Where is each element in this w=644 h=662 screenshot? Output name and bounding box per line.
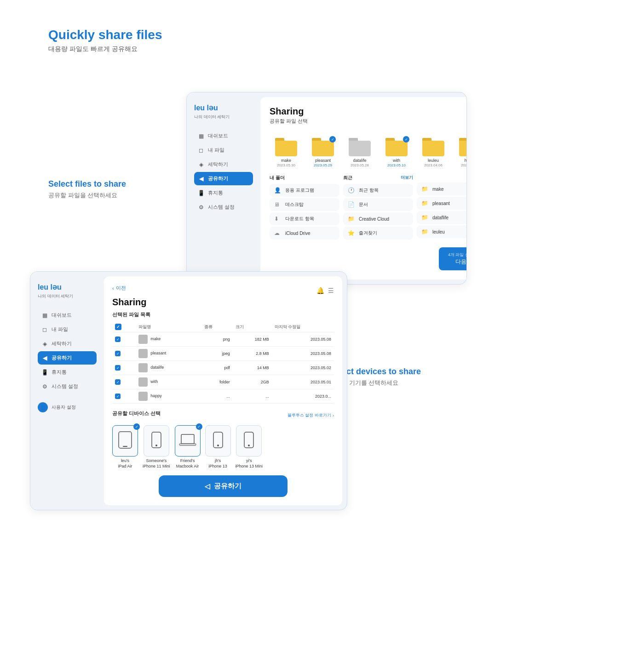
file-date: 2023.05.30 <box>277 163 295 167</box>
sidebar-item-dashboard[interactable]: ▦ 대쉬보드 <box>194 129 253 143</box>
row-checkbox[interactable]: ✓ <box>112 361 136 375</box>
folder-yellow-icon: 📁 <box>421 214 429 221</box>
page-title: Quickly share files <box>48 28 162 42</box>
col-date: 마지막 수정일 <box>272 322 334 332</box>
row-type: pdf <box>201 361 233 375</box>
device-item[interactable]: jh'siPhone 13 <box>205 425 231 469</box>
folder-item-favorites[interactable]: ⭐ 즐겨찾기 <box>343 227 413 240</box>
phone-icon <box>244 432 254 450</box>
bluetooth-link[interactable]: 블루투스 설정 바로가기 › <box>288 412 334 418</box>
folder-item-icloud[interactable]: ☁ iCloud Drive <box>270 227 339 240</box>
sidebar-item-trash[interactable]: 📱 휴지통 <box>194 186 253 200</box>
file-item-leuleu[interactable]: leuleu 2023.04.06 <box>417 138 450 167</box>
file-table: ✓ 파일명 종류 크기 마지막 수정일 ✓ make png 182 MB 20… <box>112 322 334 404</box>
folder-item-desktop[interactable]: 🖥 데스크탑 <box>270 198 339 211</box>
folder-item-downloads[interactable]: ⬇ 다운로드 항목 <box>270 212 339 225</box>
chevron-left-icon: ‹ <box>112 285 114 291</box>
star-icon: ⭐ <box>348 230 355 236</box>
sidebar2-item-share[interactable]: ◀ 공유하기 <box>38 351 97 365</box>
file-item-datalife[interactable]: datalife 2023.05.28 <box>343 138 376 167</box>
window1: leu ləu 나의 데이터 세탁기 ▦ 대쉬보드 ◻ 내 파일 ◈ 세탁하기 … <box>186 92 467 285</box>
device-name: yi'siPhone 13 Mini <box>236 458 263 469</box>
sidebar-item-myfiles[interactable]: ◻ 내 파일 <box>194 143 253 157</box>
sidebar-item-wash[interactable]: ◈ 세탁하기 <box>194 158 253 171</box>
row-checkbox[interactable]: ✓ <box>112 347 136 361</box>
row-checkbox[interactable]: ✓ <box>112 389 136 404</box>
file-icon-wrap <box>349 138 371 156</box>
file-item-datalife-recent[interactable]: 📁 dataflife <box>417 211 467 224</box>
user-settings[interactable]: 👤 사용자 설정 <box>38 402 97 412</box>
sidebar-tagline: 나의 데이터 세탁기 <box>194 114 253 120</box>
settings-icon: ⚙ <box>41 383 48 390</box>
recent-folders-title: 최근 더보기 <box>343 175 413 181</box>
file-item-with[interactable]: ✓ with 2023.05.10 <box>380 138 413 167</box>
back-button[interactable]: ‹ 이전 <box>112 285 126 291</box>
device-icon-wrap <box>205 425 231 457</box>
window2-main: ‹ 이전 🔔 ☰ Sharing 선택된 파일 목록 ✓ 파일명 종류 <box>104 276 342 505</box>
file-grid: make 2023.05.30 ✓ pleasant 2023.05.29 <box>270 138 467 167</box>
file-name: make <box>281 158 291 163</box>
file-item-pleasant[interactable]: ✓ pleasant 2023.05.29 <box>306 138 339 167</box>
sidebar2-item-dashboard[interactable]: ▦ 대쉬보드 <box>38 308 97 322</box>
sidebar-item-settings[interactable]: ⚙ 시스템 설정 <box>194 200 253 214</box>
sidebar-item-share[interactable]: ◀ 공유하기 <box>194 172 253 185</box>
user-avatar: 👤 <box>38 402 48 412</box>
next-button[interactable]: 4개 파일 선택됨 다음으로 <box>439 247 467 270</box>
menu-icon[interactable]: ☰ <box>328 287 334 294</box>
row-date: 2023.05.01 <box>272 375 334 389</box>
table-row[interactable]: ✓ happy ... ... 2023.0... <box>112 389 334 404</box>
sidebar2-item-settings[interactable]: ⚙ 시스템 설정 <box>38 380 97 393</box>
folder-item-recent[interactable]: 🕐 최근 항목 <box>343 184 413 197</box>
sidebar2-item-trash[interactable]: 📱 휴지통 <box>38 365 97 379</box>
device-item[interactable]: ✓ leu'siPad Air <box>112 425 138 469</box>
recent-files-col: 📁 make 📁 pleasant 📁 dataflife 📁 leuleu <box>417 175 467 241</box>
table-row[interactable]: ✓ pleasant jpeg 2.8 MB 2023.05.08 <box>112 347 334 361</box>
row-checkbox[interactable]: ✓ <box>112 375 136 389</box>
win2-header: ‹ 이전 🔔 ☰ <box>112 285 334 296</box>
device-icon-wrap: ✓ <box>175 425 201 457</box>
table-row[interactable]: ✓ make png 182 MB 2023.05.08 <box>112 332 334 347</box>
select-all-checkbox[interactable]: ✓ <box>115 324 121 330</box>
grid-icon: ▦ <box>41 312 48 319</box>
file-item-happy[interactable]: ✓ happy 2022.08.16 <box>454 138 467 167</box>
row-date: 2023.05.02 <box>272 361 334 375</box>
device-item[interactable]: ✓ Friend'sMacbook Air <box>175 425 201 469</box>
row-type: ... <box>201 389 233 404</box>
laptop-icon <box>179 434 196 448</box>
row-checkbox[interactable]: ✓ <box>112 332 136 347</box>
file-item-make-recent[interactable]: 📁 make <box>417 183 467 195</box>
sidebar2-item-wash[interactable]: ◈ 세탁하기 <box>38 337 97 350</box>
file-icon-wrap <box>422 138 444 156</box>
bell-icon[interactable]: 🔔 <box>316 287 324 294</box>
file-date: 2023.05.29 <box>314 163 332 167</box>
wash-icon: ◈ <box>198 161 204 168</box>
file-item-make[interactable]: make 2023.05.30 <box>270 138 303 167</box>
file-name: happy <box>465 158 467 163</box>
folder-yellow-icon: 📁 <box>421 200 429 206</box>
table-row[interactable]: ✓ datalife pdf 14 MB 2023.05.02 <box>112 361 334 375</box>
device-check-icon: ✓ <box>133 423 140 430</box>
trash-icon: 📱 <box>198 190 204 196</box>
user-settings-label: 사용자 설정 <box>52 404 76 411</box>
share-button[interactable]: ◁ 공유하기 <box>159 475 288 497</box>
folder-item-creative-cloud[interactable]: 📁 Creative Cloud <box>343 212 413 225</box>
more-link[interactable]: 더보기 <box>401 175 413 181</box>
sidebar2-item-myfiles[interactable]: ◻ 내 파일 <box>38 323 97 336</box>
folder-item-docs[interactable]: 📄 문서 <box>343 198 413 211</box>
doc-icon: 📄 <box>348 201 355 208</box>
sidebar2-logo: leu ləu <box>38 283 97 291</box>
file-item-pleasant-recent[interactable]: 📁 pleasant <box>417 197 467 210</box>
table-row[interactable]: ✓ with folder 2GB 2023.05.01 <box>112 375 334 389</box>
file-name: with <box>393 158 400 163</box>
win-section-label: 공유할 파일 선택 <box>270 118 467 125</box>
apps-icon: 👤 <box>274 187 282 194</box>
device-item[interactable]: Someone'siPhone 11 Mini <box>143 425 170 469</box>
svg-rect-1 <box>123 446 127 447</box>
window1-sidebar: leu ləu 나의 데이터 세탁기 ▦ 대쉬보드 ◻ 내 파일 ◈ 세탁하기 … <box>187 92 260 284</box>
download-icon: ⬇ <box>274 216 282 222</box>
folder-item-apps[interactable]: 👤 응용 프로그램 <box>270 184 339 197</box>
file-name: leuleu <box>428 158 439 163</box>
device-item[interactable]: yi'siPhone 13 Mini <box>236 425 263 469</box>
file-item-leuleu-recent[interactable]: 📁 leuleu <box>417 225 467 238</box>
row-date: 2023.05.08 <box>272 332 334 347</box>
